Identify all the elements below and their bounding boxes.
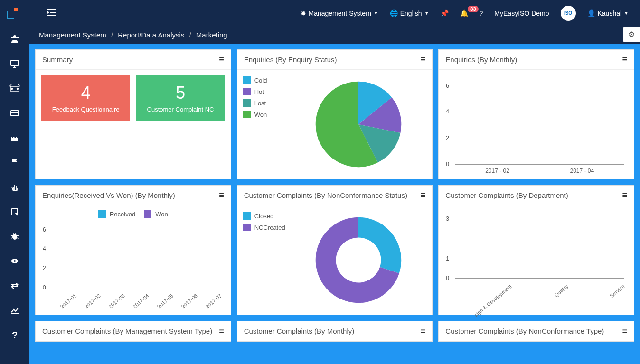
svg-point-23	[15, 233, 16, 234]
user-menu[interactable]: 👤 Kaushal ▼	[582, 9, 635, 17]
svg-point-17	[12, 234, 17, 240]
panel-menu-icon[interactable]: ≡	[219, 326, 224, 336]
breadcrumb: Management System / Report/Data Analysis…	[29, 26, 640, 44]
sidebar-item-eye[interactable]	[9, 255, 20, 267]
sidebar-item-note[interactable]	[9, 206, 20, 217]
tile-label: Customer Complaint NC	[147, 106, 214, 113]
svg-rect-0	[47, 9, 56, 10]
sidebar-item-card[interactable]	[9, 107, 20, 119]
sidebar-item-factory[interactable]	[9, 132, 20, 143]
language-label: English	[400, 9, 422, 17]
swatch-icon	[243, 111, 251, 118]
breadcrumb-item[interactable]: Marketing	[196, 31, 227, 39]
gear-icon: ⚙	[628, 30, 635, 38]
sidebar-item-help[interactable]: ?	[9, 329, 20, 341]
panel-title: Enquiries(Received Vs Won) (By Monthly)	[42, 191, 175, 199]
ytick: 0	[446, 161, 449, 168]
question-icon: ?	[480, 9, 483, 17]
swatch-icon	[144, 210, 151, 218]
pin-icon: 📌	[441, 9, 449, 17]
legend: Received Won	[41, 210, 225, 218]
ytick: 0	[43, 284, 46, 291]
breadcrumb-item[interactable]: Report/Data Analysis	[118, 31, 184, 39]
breadcrumb-item[interactable]: Management System	[39, 31, 106, 39]
panel-cc-monthly: Customer Complaints (By Monthly) ≡	[237, 321, 433, 342]
sidebar-item-flag[interactable]	[9, 157, 20, 168]
swatch-icon	[243, 99, 251, 107]
panel-menu-icon[interactable]: ≡	[421, 55, 426, 65]
tile-number: 4	[81, 83, 91, 103]
help-button[interactable]: ?	[474, 9, 489, 17]
topbar: ✸ Management System ▼ 🌐 English ▼ 📌 🔔 83…	[0, 0, 640, 26]
panel-title: Customer Complaints (By Management Syste…	[42, 327, 212, 335]
svg-rect-1	[50, 12, 56, 13]
demo-label: MyEasyISO Demo	[489, 9, 555, 17]
page-settings-button[interactable]: ⚙	[623, 27, 640, 42]
svg-rect-14	[11, 111, 19, 116]
sidebar-item-user[interactable]	[9, 33, 20, 45]
svg-point-22	[13, 233, 14, 234]
management-system-dropdown[interactable]: ✸ Management System ▼	[295, 9, 384, 17]
svg-rect-2	[47, 15, 56, 16]
swatch-icon	[243, 212, 251, 220]
tile-label: Feedback Questionnaire	[52, 106, 120, 113]
legend-label: Closed	[254, 213, 273, 220]
ytick: 1	[446, 255, 449, 262]
sidebar-item-chart[interactable]	[9, 305, 20, 316]
panel-enquiries-status: Enquiries (By Enquiry Status) ≡ Cold Hot…	[237, 49, 433, 179]
panel-title: Customer Complaints (By NonConformance S…	[244, 191, 407, 199]
sidebar-item-hand[interactable]	[9, 181, 20, 193]
avatar[interactable]: ISO	[555, 6, 582, 21]
pie-chart	[291, 75, 427, 174]
logo[interactable]	[6, 7, 19, 20]
panel-title: Customer Complaints (By Monthly)	[244, 327, 355, 335]
legend-label: Received	[110, 211, 135, 218]
panel-title: Summary	[42, 56, 73, 64]
tile-number: 5	[176, 83, 185, 103]
panel-cc-department: Customer Complaints (By Department) ≡ 0 …	[438, 185, 634, 315]
legend: Cold Hot Lost Won	[243, 75, 286, 174]
pin-button[interactable]: 📌	[435, 9, 454, 17]
panel-menu-icon[interactable]: ≡	[219, 55, 224, 65]
tile-customer-complaint-nc[interactable]: 5 Customer Complaint NC	[136, 75, 225, 121]
ytick: 6	[43, 226, 46, 233]
sidebar: ?	[0, 26, 29, 364]
panel-menu-icon[interactable]: ≡	[622, 190, 627, 200]
management-system-label: Management System	[309, 9, 371, 17]
panel-menu-icon[interactable]: ≡	[219, 190, 224, 200]
svg-marker-3	[47, 11, 49, 14]
svg-rect-5	[11, 37, 19, 38]
panel-cc-nc-status: Customer Complaints (By NonConformance S…	[237, 185, 433, 315]
sidebar-item-bug[interactable]	[9, 231, 20, 242]
svg-line-20	[11, 238, 13, 238]
gear-icon: ✸	[301, 9, 306, 17]
panel-title: Customer Complaints (By Department)	[445, 191, 568, 199]
xtick: 2017-07	[203, 291, 234, 321]
svg-line-21	[17, 238, 19, 238]
panel-menu-icon[interactable]: ≡	[421, 190, 426, 200]
panel-menu-icon[interactable]: ≡	[622, 326, 627, 336]
panel-menu-icon[interactable]: ≡	[622, 55, 627, 65]
svg-rect-6	[11, 60, 19, 65]
notifications-button[interactable]: 🔔 83	[454, 9, 474, 17]
svg-line-18	[11, 235, 13, 236]
panel-title: Enquiries (By Enquiry Status)	[244, 56, 337, 64]
sidebar-item-monitor[interactable]	[9, 58, 20, 69]
swatch-icon	[98, 210, 106, 218]
panel-summary: Summary ≡ 4 Feedback Questionnaire 5 Cus…	[35, 49, 231, 179]
sidebar-item-transfer[interactable]	[9, 280, 20, 291]
ytick: 2	[43, 265, 46, 271]
ytick: 2	[446, 135, 449, 141]
chevron-down-icon: ▼	[424, 10, 429, 16]
sidebar-item-components[interactable]	[9, 83, 20, 94]
legend-label: Won	[155, 211, 168, 218]
bar-chart: 0 2 4 6 2017 - 02 2017 - 04	[444, 75, 628, 174]
indent-icon[interactable]	[47, 9, 56, 18]
panel-menu-icon[interactable]: ≡	[421, 326, 426, 336]
xtick: 2017 - 02	[455, 168, 539, 174]
tile-feedback-questionnaire[interactable]: 4 Feedback Questionnaire	[41, 75, 130, 121]
panel-cc-mstype: Customer Complaints (By Management Syste…	[35, 321, 231, 342]
legend-label: NCCreated	[254, 224, 285, 231]
swatch-icon	[243, 224, 251, 231]
language-dropdown[interactable]: 🌐 English ▼	[384, 9, 435, 17]
